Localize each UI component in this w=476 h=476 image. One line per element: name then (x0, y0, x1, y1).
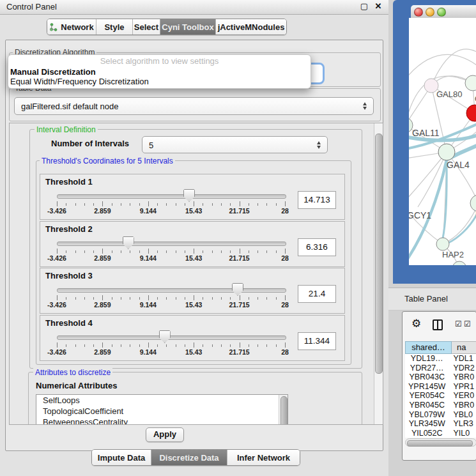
slider-tick (75, 250, 76, 253)
threshold-value-input[interactable]: 21.4 (298, 285, 336, 303)
tab-style[interactable]: Style (96, 19, 133, 35)
slider-tick (285, 342, 286, 348)
threshold-slider-track[interactable] (57, 288, 286, 293)
network-node[interactable] (466, 105, 476, 121)
cell-name[interactable]: YDR2 (449, 364, 476, 373)
float-icon[interactable]: ▢ (359, 1, 369, 12)
table-row[interactable]: YDL19…YDL1 (405, 354, 476, 364)
cell-name[interactable]: YLR3 (449, 419, 476, 429)
zoom-traffic-light-icon[interactable] (437, 8, 446, 17)
cell-shared-name[interactable]: YBR043C (405, 372, 449, 382)
cell-shared-name[interactable]: YBR045C (405, 401, 449, 410)
slider-tick (93, 250, 94, 253)
threshold-value-input[interactable]: 6.316 (298, 238, 336, 256)
attributes-group-title: Attributes to discretize (33, 368, 112, 377)
threshold-slider-track[interactable] (57, 335, 286, 340)
cell-name[interactable]: YER0 (449, 391, 476, 401)
cell-name[interactable]: YBR0 (449, 401, 476, 410)
column-header-shared[interactable]: shared… (405, 341, 452, 354)
minimize-traffic-light-icon[interactable] (426, 8, 434, 17)
table-panel: ⚙ ☑ ☑ shared… na YDL19…YDL1YDR27…YDR2YBR… (402, 311, 476, 461)
network-node-label: GAL80 (436, 89, 462, 99)
network-window-titlebar (411, 5, 476, 19)
tab-cyni-toolbox[interactable]: Cyni Toolbox (160, 19, 216, 35)
threshold-slider-track[interactable] (57, 242, 286, 246)
attribute-item[interactable]: TopologicalCoefficient (36, 406, 288, 417)
slider-tick (194, 342, 194, 348)
cell-name[interactable]: YIL0 (449, 429, 476, 438)
algorithm-option-manual[interactable]: Manual Discretization (8, 67, 311, 77)
table-row[interactable]: YBL079WYBL0 (405, 410, 476, 420)
tab-label: Impute Data (98, 453, 145, 463)
network-node[interactable] (438, 144, 455, 160)
table-hscrollbar-thumb[interactable] (407, 440, 473, 447)
cell-shared-name[interactable]: YIL052C (405, 429, 449, 438)
split-columns-icon[interactable] (433, 319, 443, 330)
slider-tick-label: 2.859 (88, 348, 117, 356)
threshold-value-input[interactable]: 11.344 (298, 332, 336, 350)
threshold-value-input[interactable]: 14.713 (298, 191, 336, 209)
network-edge[interactable] (409, 76, 473, 125)
table-row[interactable]: YBR045CYBR0 (405, 401, 476, 410)
cell-shared-name[interactable]: YLR345W (405, 419, 449, 429)
table-hscrollbar[interactable] (405, 438, 476, 447)
tab-label: Discretize Data (159, 453, 219, 463)
attribute-items: SelfLoopsTopologicalCoefficientBetweenne… (36, 395, 288, 425)
network-node[interactable] (452, 261, 466, 265)
cell-name[interactable]: YDL1 (449, 354, 476, 364)
network-node[interactable] (436, 238, 449, 250)
cell-name[interactable]: YBL0 (449, 410, 476, 420)
table-row[interactable]: YIL052CYIL0 (405, 429, 476, 438)
threshold-slider-thumb[interactable] (232, 283, 243, 296)
algorithm-option-equal-width[interactable]: Equal Width/Frequency Discretization (8, 77, 311, 86)
close-traffic-light-icon[interactable] (414, 8, 423, 17)
network-node[interactable] (465, 75, 476, 91)
settings-scrollbar[interactable] (374, 123, 383, 424)
cell-shared-name[interactable]: YPR145W (405, 382, 449, 392)
table-row[interactable]: YLR345WYLR3 (405, 419, 476, 429)
cell-shared-name[interactable]: YER054C (405, 391, 449, 401)
slider-tick-label: 21.715 (225, 348, 254, 356)
slider-tick-label: 2.859 (88, 207, 117, 215)
slider-tick (212, 297, 213, 300)
network-edge[interactable] (409, 54, 476, 79)
table-row[interactable]: YER054CYER0 (405, 391, 476, 401)
threshold-slider-thumb[interactable] (123, 236, 134, 249)
attribute-item[interactable]: BetweennessCentrality (36, 417, 288, 425)
unselect-all-checkbox-icon[interactable]: ☑ (464, 319, 471, 328)
tab-jactivemnodules[interactable]: jActiveMNodules (216, 19, 286, 35)
table-row[interactable]: YDR27…YDR2 (405, 364, 476, 373)
network-canvas[interactable]: GAL80G.CGAL11GAL4GCY1HHAP2 (409, 18, 476, 265)
gear-icon[interactable]: ⚙ (411, 317, 421, 330)
apply-button[interactable]: Apply (146, 427, 184, 442)
settings-scrollbar-thumb[interactable] (375, 134, 383, 374)
threshold-slider-thumb[interactable] (183, 189, 195, 202)
cell-name[interactable]: YBR0 (449, 372, 476, 382)
slider-tick (139, 203, 140, 206)
tab-discretize-data[interactable]: Discretize Data (151, 450, 227, 465)
attribute-item[interactable]: SelfLoops (36, 395, 288, 406)
close-icon[interactable]: ✕ (373, 1, 383, 12)
select-all-checkbox-icon[interactable]: ☑ (455, 319, 462, 328)
table-row[interactable]: YPR145WYPR1 (405, 382, 476, 392)
number-of-intervals-combo[interactable]: 5 (142, 136, 328, 153)
column-header-name[interactable]: na (452, 341, 476, 354)
slider-tick (57, 201, 58, 206)
cell-shared-name[interactable]: YDL19… (405, 354, 449, 364)
cell-shared-name[interactable]: YBL079W (405, 410, 449, 420)
slider-tick-label: 21.715 (225, 301, 254, 309)
table-row[interactable]: YBR043CYBR0 (405, 372, 476, 382)
tab-network[interactable]: Network (47, 19, 96, 35)
cell-name[interactable]: YPR1 (449, 382, 476, 392)
cell-shared-name[interactable]: YDR27… (405, 364, 449, 373)
tab-infer-network[interactable]: Infer Network (227, 450, 300, 465)
slider-tick (230, 344, 231, 347)
attributes-scrollbar-thumb[interactable] (280, 396, 288, 425)
tab-select[interactable]: Select (133, 19, 160, 35)
threshold-slider-track[interactable] (57, 194, 286, 199)
attributes-scrollbar[interactable] (279, 395, 288, 425)
algorithm-hint-item[interactable]: Select algorithm to view settings (8, 55, 311, 67)
table-data-combo[interactable]: galFiltered.sif default node (14, 97, 374, 115)
threshold-slider-thumb[interactable] (159, 330, 171, 343)
tab-impute-data[interactable]: Impute Data (92, 450, 151, 465)
